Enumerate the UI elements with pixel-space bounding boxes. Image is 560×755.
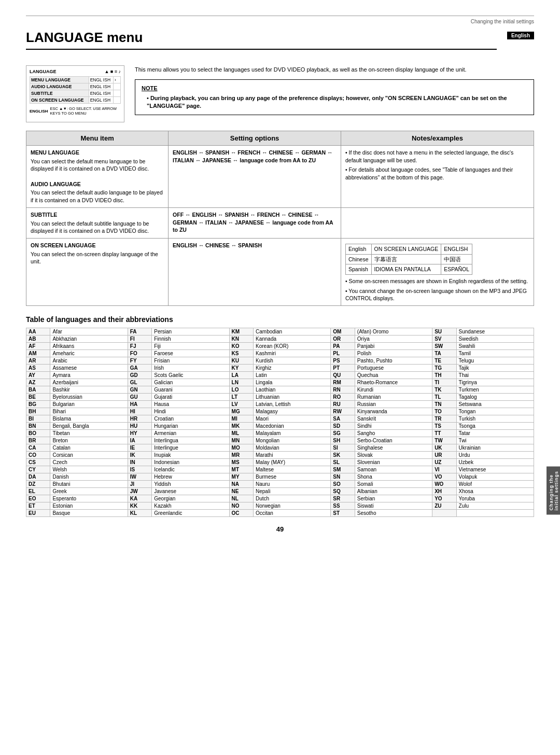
- lang-name: Sanskrit: [355, 415, 432, 423]
- lang-name: Mongolian: [254, 437, 331, 444]
- lang-code: OM: [331, 328, 355, 335]
- lang-name: Singhalese: [355, 444, 432, 452]
- intro-text-block: This menu allows you to select the langu…: [135, 65, 534, 122]
- breadcrumb-text: Changing the initial settings: [471, 19, 534, 24]
- lang-name: Yiddish: [152, 481, 229, 488]
- lang-code: EL: [26, 488, 50, 495]
- setting-options-menu: ENGLISH ↔ SPANISH ↔ FRENCH ↔ CHINESE ↔ G…: [173, 149, 332, 163]
- lang-code: MS: [229, 459, 253, 466]
- onscreen-value: ESPAÑOL: [441, 264, 472, 275]
- lang-code: KL: [128, 510, 151, 517]
- lang-code: LT: [229, 394, 253, 401]
- lang-code: KO: [229, 343, 253, 350]
- lang-code: BR: [26, 437, 50, 444]
- lang-table-row: BABashkirGNGuaraniLOLaothianRNKirundiTKT…: [26, 386, 534, 394]
- lang-name: Wolof: [456, 481, 534, 488]
- lang-name: Dutch: [254, 495, 331, 502]
- lang-name: Lithuanian: [254, 394, 331, 401]
- lang-code: HA: [128, 401, 151, 408]
- onscreen-lang-row: Chinese 字幕语言 中国语: [345, 254, 472, 264]
- subtitle-title: SUBTITLE: [31, 211, 164, 219]
- ms-bottom: ENGLISH ESC ▲▼: GO SELECT. USE ARROW KEY…: [30, 106, 121, 116]
- lang-code: BA: [26, 386, 50, 394]
- ms-bottom-left: ENGLISH: [30, 109, 48, 114]
- lang-name: Bislama: [50, 415, 128, 423]
- lang-code: BH: [26, 408, 50, 415]
- ms-row: SUBTITLE ENGL ISH: [30, 90, 121, 97]
- lang-table-row: BGBulgarianHAHausaLVLatvian, LettishRURu…: [26, 401, 534, 408]
- lang-code: TL: [432, 394, 456, 401]
- page-title: LANGUAGE menu: [26, 30, 497, 50]
- lang-name: Estonian: [50, 502, 128, 510]
- lang-code: TS: [432, 423, 456, 430]
- lang-code: TA: [432, 350, 456, 357]
- lang-code: TW: [432, 437, 456, 444]
- lang-code: VO: [432, 473, 456, 481]
- lang-name: Macedonian: [254, 423, 331, 430]
- ms-row-label: MENU LANGUAGE: [30, 77, 89, 83]
- lang-code: PA: [331, 343, 355, 350]
- lang-name: Kinyarwanda: [355, 408, 432, 415]
- lang-code: SV: [432, 335, 456, 343]
- lang-code: MO: [229, 444, 253, 452]
- lang-code: MT: [229, 466, 253, 473]
- lang-code: ZU: [432, 502, 456, 510]
- lang-code: JI: [128, 481, 151, 488]
- lang-name: Turkish: [456, 415, 534, 423]
- lang-code: YO: [432, 495, 456, 502]
- lang-code: VI: [432, 466, 456, 473]
- lang-table-row: CACatalanIEInterlingueMOMoldavianSISingh…: [26, 444, 534, 452]
- onscreen-lang-name: English: [345, 244, 371, 254]
- lang-name: Sesotho: [355, 510, 432, 517]
- ms-row-arrow: ›: [114, 77, 121, 83]
- lang-name: Serbo-Croatian: [355, 437, 432, 444]
- lang-name: Byelorussian: [50, 394, 128, 401]
- table-row-onscreen: ON SCREEN LANGUAGE You can select the on…: [26, 238, 534, 305]
- lang-code: SL: [331, 459, 355, 466]
- lang-code: BI: [26, 415, 50, 423]
- onscreen-value: ENGLISH: [441, 244, 472, 254]
- lang-name: Polish: [355, 350, 432, 357]
- lang-name: Twi: [456, 437, 534, 444]
- lang-name: Afrikaans: [50, 343, 128, 350]
- lang-code: BN: [26, 423, 50, 430]
- lang-name: Nauru: [254, 481, 331, 488]
- ms-table: MENU LANGUAGE ENGL ISH › AUDIO LANGUAGE …: [30, 76, 121, 104]
- lang-code: ET: [26, 502, 50, 510]
- onscreen-label: IDIOMA EN PANTALLA: [371, 264, 441, 275]
- lang-code: LA: [229, 372, 253, 379]
- lang-name: Thai: [456, 372, 534, 379]
- lang-code: MI: [229, 415, 253, 423]
- ms-row-label: SUBTITLE: [30, 90, 89, 97]
- lang-name: Greek: [50, 488, 128, 495]
- lang-code: HY: [128, 430, 151, 437]
- lang-name: Javanese: [152, 488, 229, 495]
- lang-code: KN: [229, 335, 253, 343]
- ms-row-label: AUDIO LANGUAGE: [30, 83, 89, 90]
- ms-row-value: ENGL ISH: [89, 90, 113, 97]
- lang-code: GN: [128, 386, 151, 394]
- setting-cell-onscreen: ENGLISH ↔ CHINESE ↔ SPANISH: [169, 238, 341, 305]
- lang-code: SW: [432, 343, 456, 350]
- ms-bottom-right: ESC ▲▼: GO SELECT. USE ARROW KEYS TO GO …: [50, 106, 121, 116]
- lang-name: Occitan: [254, 510, 331, 517]
- lang-name: Rumanian: [355, 394, 432, 401]
- lang-code: TN: [432, 401, 456, 408]
- lang-code: AA: [26, 328, 50, 335]
- lang-name: Tagalog: [456, 394, 534, 401]
- onscreen-lang-name: Chinese: [345, 254, 371, 264]
- lang-code: TH: [432, 372, 456, 379]
- lang-name: Burmese: [254, 473, 331, 481]
- lang-name: Kurdish: [254, 357, 331, 365]
- lang-code: AM: [26, 350, 50, 357]
- lang-name: Arabic: [50, 357, 128, 365]
- ms-row-arrow: [114, 83, 121, 90]
- lang-code: AZ: [26, 379, 50, 386]
- lang-name: Hausa: [152, 401, 229, 408]
- lang-name: Ukrainian: [456, 444, 534, 452]
- lang-code: AB: [26, 335, 50, 343]
- note-box: NOTE During playback, you can bring up a…: [135, 79, 534, 115]
- lang-name: Interlingue: [152, 444, 229, 452]
- setting-cell-subtitle: OFF ↔ ENGLISH ↔ SPANISH ↔ FRENCH ↔ CHINE…: [169, 207, 341, 238]
- lang-name: Samoan: [355, 466, 432, 473]
